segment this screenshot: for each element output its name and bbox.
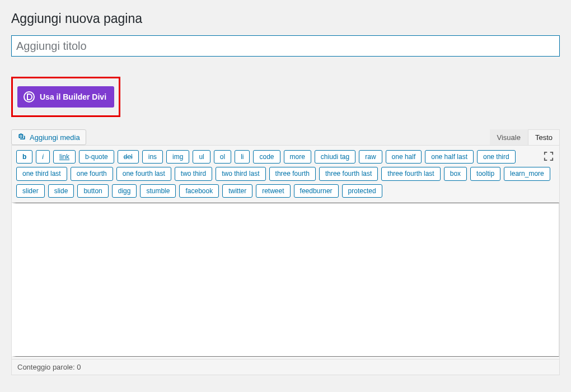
qt-three-fourth-last-button[interactable]: three fourth last: [319, 167, 378, 180]
qt-three-fourth-last2-button[interactable]: three fourth last: [381, 167, 440, 180]
qt-two-third-button[interactable]: two third: [175, 167, 212, 180]
page-title: Aggiungi nuova pagina: [11, 11, 560, 26]
qt-feedburner-button[interactable]: feedburner: [294, 184, 339, 198]
divi-button-label: Usa il Builder Divi: [40, 92, 106, 101]
media-icon: [17, 133, 26, 142]
qt-protected-button[interactable]: protected: [342, 184, 382, 198]
content-textarea[interactable]: [12, 203, 559, 357]
qt-one-half-button[interactable]: one half: [386, 150, 422, 164]
qt-one-fourth-button[interactable]: one fourth: [71, 167, 113, 180]
qt-one-half-last-button[interactable]: one half last: [425, 150, 474, 164]
qt-one-fourth-last-button[interactable]: one fourth last: [116, 167, 171, 180]
qt-li-button[interactable]: li: [235, 150, 250, 164]
svg-point-0: [24, 92, 34, 102]
word-count-label: Conteggio parole: 0: [17, 363, 81, 371]
editor-status-bar: Conteggio parole: 0: [12, 359, 559, 375]
qt-link-button[interactable]: link: [53, 150, 76, 164]
use-divi-builder-button[interactable]: Usa il Builder Divi: [17, 86, 114, 108]
qt-more-button[interactable]: more: [284, 150, 311, 164]
tab-text[interactable]: Testo: [528, 129, 560, 145]
qt-bold-button[interactable]: b: [16, 150, 32, 164]
qt-twitter-button[interactable]: twitter: [222, 184, 252, 198]
qt-bquote-button[interactable]: b-quote: [79, 150, 114, 164]
qt-img-button[interactable]: img: [166, 150, 189, 164]
qt-close-tags-button[interactable]: chiudi tag: [315, 150, 355, 164]
quicktags-toolbar: b i link b-quote del ins img ul ol li co…: [12, 146, 559, 203]
divi-logo-icon: [23, 91, 35, 103]
qt-one-third-button[interactable]: one third: [477, 150, 516, 164]
qt-facebook-button[interactable]: facebook: [179, 184, 219, 198]
add-media-label: Aggiungi media: [30, 133, 80, 142]
qt-retweet-button[interactable]: retweet: [256, 184, 290, 198]
editor-container: b i link b-quote del ins img ul ol li co…: [11, 145, 560, 375]
qt-code-button[interactable]: code: [253, 150, 280, 164]
qt-digg-button[interactable]: digg: [112, 184, 137, 198]
qt-stumble-button[interactable]: stumble: [140, 184, 176, 198]
qt-italic-button[interactable]: i: [36, 150, 50, 164]
qt-slide-button[interactable]: slide: [48, 184, 74, 198]
qt-ins-button[interactable]: ins: [142, 150, 163, 164]
qt-three-fourth-button[interactable]: three fourth: [269, 167, 316, 180]
qt-one-third-last-button[interactable]: one third last: [16, 167, 67, 180]
qt-button-button[interactable]: button: [77, 184, 108, 198]
qt-tooltip-button[interactable]: tooltip: [470, 167, 500, 180]
fullscreen-icon[interactable]: [544, 151, 554, 164]
qt-ul-button[interactable]: ul: [193, 150, 210, 164]
editor-mode-tabs: Visuale Testo: [490, 129, 560, 145]
tab-visual[interactable]: Visuale: [490, 129, 528, 145]
qt-learn-more-button[interactable]: learn_more: [504, 167, 550, 180]
add-media-button[interactable]: Aggiungi media: [11, 129, 86, 145]
post-title-input[interactable]: [11, 35, 560, 57]
qt-box-button[interactable]: box: [444, 167, 467, 180]
qt-two-third-last-button[interactable]: two third last: [216, 167, 265, 180]
qt-slider-button[interactable]: slider: [16, 184, 45, 198]
qt-del-button[interactable]: del: [118, 150, 139, 164]
divi-highlight-box: Usa il Builder Divi: [11, 77, 120, 117]
qt-ol-button[interactable]: ol: [214, 150, 231, 164]
qt-raw-button[interactable]: raw: [359, 150, 382, 164]
